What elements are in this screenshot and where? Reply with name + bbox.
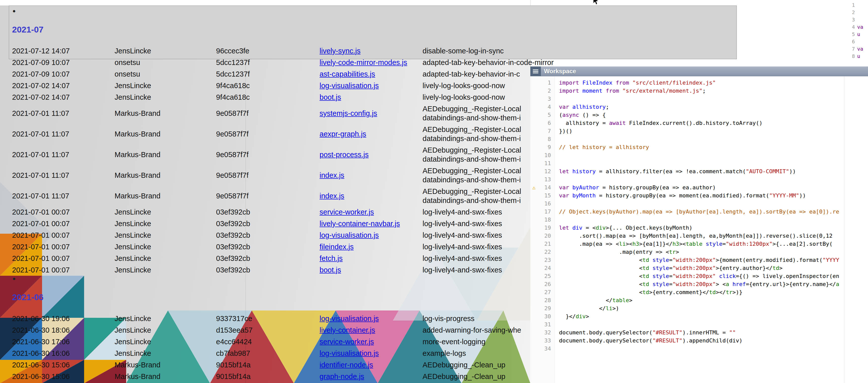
- code-token: td: [709, 289, 716, 295]
- code-token: ><: [679, 241, 686, 247]
- code-token: ;: [606, 104, 609, 110]
- commit-file-link[interactable]: log-visualisation.js: [319, 349, 423, 357]
- line-number-gutter: 28: [530, 296, 555, 305]
- background-editor[interactable]: 1234va5u67va8u: [844, 1, 868, 77]
- window-menu-button[interactable]: [530, 66, 541, 76]
- code-text: </li>): [555, 305, 619, 313]
- commit-file-link[interactable]: service-worker.js: [319, 208, 423, 216]
- code-text: <td style="width:200px" click={() => liv…: [555, 272, 839, 280]
- code-token: document.body.querySelector(: [559, 338, 652, 344]
- commit-message: adapted-tab-key-behavior-in-code-mirror: [423, 58, 667, 67]
- code-token: <: [559, 273, 642, 279]
- line-number: 8: [548, 136, 551, 142]
- commit-file-link[interactable]: post-process.js: [319, 151, 423, 159]
- window-title: Workspace: [544, 68, 576, 75]
- code-token: = history.groupBy(ea => moment(ea.modifi…: [596, 192, 769, 199]
- list-bullet: •: [12, 5, 667, 17]
- commit-date: 2021-07-01 00:07: [12, 254, 115, 263]
- code-token: >{moment(entry.modified).format(: [716, 257, 823, 263]
- code-token: FileIndex.current().db.history.toArray(): [626, 120, 763, 126]
- code-token: "width:200px": [672, 281, 716, 287]
- commit-hash: 03ef392cb: [216, 220, 319, 228]
- code-text: <td style="width:200px">{moment(entry.mo…: [555, 256, 839, 264]
- code-line: 31: [530, 321, 868, 329]
- code-token: byAuthor: [572, 184, 599, 191]
- code-text: <td style="width:200px">{entry.author}</…: [555, 264, 782, 272]
- commit-file-link[interactable]: fileindex.js: [319, 243, 423, 251]
- mouse-cursor: [592, 0, 601, 6]
- line-number-gutter: 1: [530, 79, 555, 87]
- background-editor-line: 3: [844, 16, 868, 24]
- code-token: a: [836, 281, 839, 287]
- commit-date: 2021-07-01 00:07: [12, 220, 115, 228]
- commit-file-link[interactable]: service-worker.js: [319, 338, 423, 346]
- code-token: >: [676, 249, 679, 255]
- code-text: document.body.querySelector("#RESULT").i…: [555, 329, 736, 337]
- code-token: var: [559, 184, 572, 191]
- commit-file-link[interactable]: boot.js: [319, 93, 423, 101]
- commit-author: JensLincke: [115, 338, 216, 346]
- commit-hash: 9e0587f7f: [216, 192, 319, 200]
- commit-author: JensLincke: [115, 315, 216, 323]
- code-token: [649, 257, 652, 263]
- code-token: >{...ea[2].sortBy(: [773, 241, 833, 247]
- commit-author: JensLincke: [115, 349, 216, 357]
- code-token: =: [722, 241, 726, 247]
- code-token: style: [652, 281, 669, 287]
- code-token: var: [559, 192, 572, 199]
- commit-file-link[interactable]: log-visualisation.js: [319, 231, 423, 240]
- code-line: 22 .map(entry => <tr>: [530, 248, 868, 256]
- commit-file-link[interactable]: index.js: [319, 192, 423, 200]
- code-text: [555, 321, 559, 329]
- warning-icon[interactable]: ⚠: [532, 184, 536, 192]
- background-editor-lines: 1234va5u67va8u: [844, 1, 868, 60]
- code-token: click: [719, 273, 736, 279]
- code-text: import FileIndex from "src/client/filein…: [555, 79, 716, 87]
- commit-file-link[interactable]: log-visualisation.js: [319, 82, 423, 90]
- code-editor[interactable]: 1import FileIndex from "src/client/filei…: [530, 76, 868, 383]
- line-number: 4: [548, 104, 551, 110]
- line-number: 32: [545, 329, 551, 336]
- code-token: >{ea[1]}</: [639, 241, 672, 247]
- commit-file-link[interactable]: identifier-node.js: [319, 361, 423, 369]
- code-line: ⚠14var byAuthor = history.groupBy(ea => …: [530, 184, 868, 192]
- code-token: >: [629, 297, 632, 304]
- commit-author: JensLincke: [115, 254, 216, 263]
- code-line: 32document.body.querySelector("#RESULT")…: [530, 329, 868, 337]
- commit-file-link[interactable]: lively-container-navbar.js: [319, 220, 423, 228]
- code-text: u: [857, 53, 860, 60]
- code-line: 11: [530, 159, 868, 167]
- code-token: style: [652, 257, 669, 263]
- workspace-titlebar[interactable]: Workspace: [530, 66, 868, 76]
- code-token: td: [642, 289, 649, 295]
- commit-file-link[interactable]: log-visualisation.js: [319, 315, 423, 323]
- commit-file-link[interactable]: aexpr-graph.js: [319, 130, 423, 138]
- code-token: = history.groupBy(ea => ea.author): [599, 184, 716, 191]
- line-number: 7: [844, 45, 857, 53]
- commit-file-link[interactable]: systemjs-config.js: [319, 109, 423, 118]
- code-token: .map(entry => <: [559, 249, 669, 255]
- code-line: 10: [530, 151, 868, 159]
- commit-file-link[interactable]: lively-container.js: [319, 326, 423, 334]
- code-token: >): [612, 305, 619, 312]
- code-token: div: [596, 225, 606, 231]
- commit-file-link[interactable]: lively-code-mirror-modes.js: [319, 58, 423, 67]
- line-number-gutter: 4: [530, 103, 555, 111]
- line-number: 27: [545, 289, 551, 295]
- commit-file-link[interactable]: fetch.js: [319, 254, 423, 263]
- commit-file-link[interactable]: index.js: [319, 171, 423, 180]
- code-line: 30 }</div>: [530, 313, 868, 321]
- commit-file-link[interactable]: lively-sync.js: [319, 47, 423, 55]
- commit-file-link[interactable]: boot.js: [319, 266, 423, 274]
- commit-file-link[interactable]: graph-node.js: [319, 373, 423, 381]
- line-number: 5: [548, 112, 551, 118]
- code-text: var byMonth = history.groupBy(ea => mome…: [555, 192, 806, 200]
- code-token: // Object.keys(byAuthor).map(ea => [byAu…: [559, 209, 839, 215]
- code-token: =: [669, 265, 672, 271]
- commit-file-link[interactable]: ast-capabilities.js: [319, 70, 423, 78]
- code-text: .map(ea => <li><h3>{ea[1]}</h3><table st…: [555, 240, 833, 248]
- line-number-gutter: 30: [530, 313, 555, 321]
- line-number-gutter: 32: [530, 329, 555, 337]
- code-token: import: [559, 79, 583, 86]
- code-token: >: [779, 265, 782, 271]
